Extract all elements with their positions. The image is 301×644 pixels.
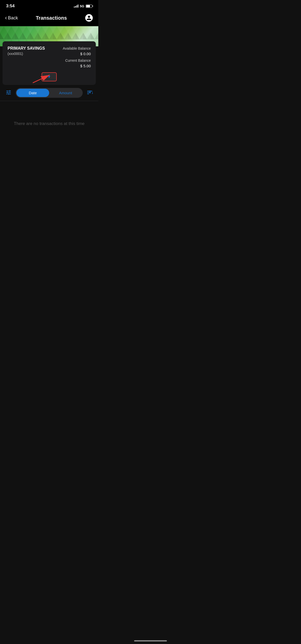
- sort-descending-icon: [86, 89, 93, 97]
- account-selector-area: ▼: [8, 72, 91, 81]
- sort-order-button[interactable]: [85, 88, 94, 98]
- empty-state-message: There are no transactions at this time: [14, 121, 85, 126]
- account-dropdown-button[interactable]: ▼: [42, 72, 57, 81]
- current-balance-amount: $ 5.00: [63, 63, 91, 69]
- signal-bars-icon: [74, 5, 78, 8]
- account-info: PRIMARY SAVINGS (xxx0001) Available Bala…: [8, 46, 91, 69]
- nav-bar: ‹ Back Transactions: [0, 11, 98, 26]
- sort-tabs: Date Amount: [16, 88, 83, 98]
- sort-filter-row: Date Amount: [0, 85, 98, 101]
- account-section: PRIMARY SAVINGS (xxx0001) Available Bala…: [0, 41, 98, 85]
- back-label: Back: [8, 15, 18, 21]
- status-icons: 5G: [74, 4, 92, 8]
- status-time: 3:54: [6, 4, 15, 9]
- current-balance-label: Current Balance: [63, 58, 91, 63]
- sliders-icon: [6, 89, 12, 96]
- network-type-label: 5G: [80, 4, 84, 8]
- available-balance-label: Available Balance: [63, 46, 91, 51]
- sort-tab-amount[interactable]: Amount: [49, 89, 82, 97]
- back-chevron-icon: ‹: [5, 15, 7, 21]
- status-bar: 3:54 5G: [0, 0, 98, 11]
- available-balance-amount: $ 0.00: [63, 51, 91, 57]
- account-left: PRIMARY SAVINGS (xxx0001): [8, 46, 45, 56]
- chevron-down-icon: ▼: [47, 75, 51, 79]
- account-number: (xxx0001): [8, 52, 45, 56]
- empty-state: There are no transactions at this time: [0, 101, 98, 146]
- filter-button[interactable]: [4, 88, 13, 98]
- back-button[interactable]: ‹ Back: [5, 15, 18, 21]
- sort-tab-date[interactable]: Date: [16, 89, 49, 97]
- page-title: Transactions: [36, 15, 67, 21]
- account-name: PRIMARY SAVINGS: [8, 46, 45, 51]
- account-balance: Available Balance $ 0.00 Current Balance…: [63, 46, 91, 69]
- account-card: PRIMARY SAVINGS (xxx0001) Available Bala…: [3, 41, 96, 85]
- profile-button[interactable]: [85, 14, 93, 22]
- person-icon: [85, 14, 93, 22]
- battery-icon: [86, 5, 92, 8]
